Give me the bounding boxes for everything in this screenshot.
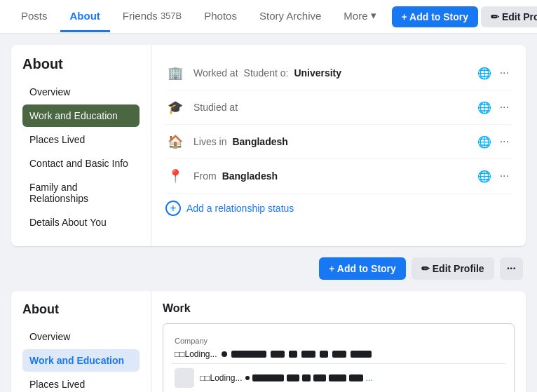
globe-icon-lives[interactable]: 🌐 (477, 135, 491, 149)
loading-text-1: □□Loding... (175, 349, 217, 359)
company-header-row: Company □□Loding... (172, 332, 505, 364)
work-sidebar-overview[interactable]: Overview (22, 325, 140, 348)
entry-block-1a (252, 374, 284, 381)
lives-detail-content: Lives in Bangladesh (193, 136, 469, 147)
about-sidebar: About Overview Work and Education Places… (11, 45, 151, 246)
loading-block-4 (301, 351, 315, 358)
study-label: Studied at (193, 102, 238, 113)
lives-value: Bangladesh (232, 136, 287, 147)
add-relationship-button[interactable]: + Add a relationship status (165, 194, 512, 223)
work-detail-content: Worked at Student o: University (193, 67, 469, 79)
from-detail-content: From Bangladesh (193, 170, 469, 182)
entry-block-1b (287, 374, 299, 381)
entry-content-1: □□Loding... ... (200, 373, 503, 383)
work-form: Company □□Loding... (163, 323, 515, 392)
entry-icon-1 (175, 368, 194, 388)
add-relationship-label: Add a relationship status (186, 203, 294, 214)
location-icon: 📍 (165, 166, 185, 186)
lives-label: Lives in (193, 136, 226, 147)
add-to-story-button-2[interactable]: + Add to Story (319, 257, 406, 280)
entry-blue-link-1[interactable]: ... (366, 373, 373, 383)
study-actions: 🌐 ··· (477, 100, 512, 115)
lives-actions: 🌐 ··· (477, 134, 512, 149)
from-more-button[interactable]: ··· (497, 168, 512, 184)
loading-block-5 (320, 351, 328, 358)
edit-profile-button-2[interactable]: ✏ Edit Profile (412, 257, 494, 280)
sidebar-item-places-lived[interactable]: Places Lived (22, 128, 140, 151)
nav-item-story-archive[interactable]: Story Archive (250, 1, 331, 32)
entry-text-1a: □□Loding... (200, 373, 243, 383)
action-bar: + Add to Story ✏ Edit Profile ··· (11, 257, 526, 280)
detail-row-lives: 🏠 Lives in Bangladesh 🌐 ··· (165, 125, 512, 159)
globe-icon-from[interactable]: 🌐 (477, 170, 491, 183)
work-sidebar-title: About (22, 302, 140, 317)
about-detail-panel: 🏢 Worked at Student o: University 🌐 ··· … (151, 45, 526, 246)
work-more-button[interactable]: ··· (497, 65, 512, 81)
from-value: Bangladesh (222, 170, 278, 182)
globe-icon[interactable]: 🌐 (477, 67, 491, 80)
sidebar-item-work-education[interactable]: Work and Education (22, 104, 140, 127)
work-sub: Student o: (244, 67, 289, 79)
nav-item-friends[interactable]: Friends 357B (113, 1, 191, 32)
work-sidebar-work-education[interactable]: Work and Education (22, 349, 140, 372)
detail-row-from: 📍 From Bangladesh 🌐 ··· (165, 159, 512, 194)
entry-block-1c (302, 374, 311, 381)
loading-block-6 (332, 351, 346, 358)
work-panel: Work Company □□Loding... (151, 291, 526, 392)
sidebar-item-overview[interactable]: Overview (22, 81, 140, 103)
add-to-story-button[interactable]: + Add to Story (392, 6, 479, 27)
nav-item-posts[interactable]: Posts (11, 1, 57, 32)
work-panel-title: Work (163, 302, 515, 315)
edit-profile-button[interactable]: ✏ Edit Profile (481, 6, 537, 27)
work-value: University (294, 67, 341, 79)
sidebar-item-family[interactable]: Family and Relationships (22, 176, 140, 210)
work-actions: 🌐 ··· (477, 65, 512, 81)
entry-block-1f (349, 374, 363, 381)
study-icon: 🎓 (165, 97, 185, 117)
from-actions: 🌐 ··· (477, 168, 512, 184)
loading-block-7 (351, 351, 372, 358)
dot-icon (222, 351, 227, 357)
detail-row-study: 🎓 Studied at 🌐 ··· (165, 90, 512, 125)
lives-more-button[interactable]: ··· (497, 134, 512, 149)
loading-block-1 (231, 351, 266, 358)
globe-icon-study[interactable]: 🌐 (477, 101, 491, 114)
work-section: About Overview Work and Education Places… (11, 291, 526, 392)
detail-row-work: 🏢 Worked at Student o: University 🌐 ··· (165, 56, 512, 90)
work-label: Worked at (193, 67, 238, 79)
about-panel: About Overview Work and Education Places… (11, 45, 526, 246)
entry-block-1e (329, 374, 346, 381)
company-label: Company (175, 337, 503, 345)
entry-block-1d (313, 374, 326, 381)
about-sidebar-title: About (22, 56, 140, 72)
add-circle-icon: + (165, 201, 181, 216)
friends-badge: 357B (161, 11, 182, 21)
chevron-down-icon: ▾ (371, 9, 376, 22)
work-sidebar-places[interactable]: Places Lived (22, 373, 140, 392)
study-more-button[interactable]: ··· (497, 100, 512, 115)
sidebar-item-details[interactable]: Details About You (22, 211, 140, 234)
top-navigation: Posts About Friends 357B Photos Story Ar… (0, 0, 537, 34)
sidebar-item-contact-basic[interactable]: Contact and Basic Info (22, 152, 140, 175)
main-content: About Overview Work and Education Places… (0, 34, 537, 392)
entry-row-1: □□Loding... ... (172, 364, 505, 392)
nav-item-photos[interactable]: Photos (194, 1, 247, 32)
work-icon: 🏢 (165, 63, 185, 83)
loading-block-3 (289, 351, 297, 358)
home-icon: 🏠 (165, 132, 185, 151)
loading-block-2 (271, 351, 285, 358)
from-label: From (193, 170, 217, 182)
more-options-button-2[interactable]: ··· (500, 257, 523, 280)
study-detail-content: Studied at (193, 102, 469, 113)
nav-item-about[interactable]: About (60, 1, 110, 32)
dot-icon-2 (245, 376, 250, 380)
company-loading-row: □□Loding... (175, 349, 503, 359)
nav-item-more[interactable]: More ▾ (334, 1, 386, 32)
work-sidebar: About Overview Work and Education Places… (11, 291, 151, 392)
